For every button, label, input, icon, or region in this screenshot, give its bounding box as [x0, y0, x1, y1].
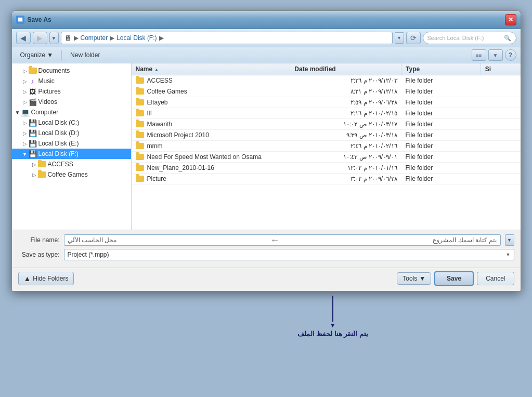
organize-button[interactable]: Organize ▼ [16, 50, 58, 60]
view-button[interactable]: ≡≡ [472, 49, 486, 61]
hdd-icon-f: 💾 [29, 150, 37, 158]
tree-item-pictures[interactable]: ▷ 🖼 Pictures [12, 86, 131, 97]
table-row[interactable]: Need For Speed Most Wanted on Osama ٢٠٠٩… [132, 152, 521, 163]
title-bar: Save As ✕ [12, 11, 521, 29]
table-row[interactable]: Eltayeb ٢٠٠٩/٠٦/٢٨ م ٢:٥٩ File folder [132, 97, 521, 108]
filename-input[interactable]: يتم كتابة اسمك المشروع ← محل الحاسب الآل… [64, 234, 501, 246]
tools-button[interactable]: Tools ▼ [397, 272, 431, 285]
cell-date: ٢٠٠٩/١٢/٠٣ م ٢:٣٦ [290, 75, 401, 86]
tree-item-videos[interactable]: ▷ 🎬 Videos [12, 97, 131, 107]
label-documents: Documents [38, 67, 70, 74]
col-date[interactable]: Date modified [290, 63, 401, 75]
main-content: ▷ Documents ▷ ♪ Music ▷ 🖼 Pictures [12, 63, 521, 230]
search-box[interactable]: Search Local Disk (F:) 🔍 [423, 32, 516, 44]
new-folder-label: New folder [70, 51, 100, 59]
row-folder-icon [136, 132, 144, 138]
tree-item-coffee-games[interactable]: ▷ Coffee Games [12, 169, 131, 180]
save-button[interactable]: Save [434, 271, 474, 286]
savetype-row: Save as type: Project (*.mpp) ▼ [18, 249, 514, 260]
left-panel: ▷ Documents ▷ ♪ Music ▷ 🖼 Pictures [12, 63, 132, 230]
table-row[interactable]: ACCESS ٢٠٠٩/١٢/٠٣ م ٢:٣٦ File folder [132, 75, 521, 86]
filename-value: يتم كتابة اسمك المشروع [433, 236, 497, 244]
videos-icon: 🎬 [29, 98, 37, 106]
table-row[interactable]: Mawarith ٢٠١٠/٠٣/١٧ ص ١٠:٠٢ File folder [132, 119, 521, 130]
cell-date: ٢٠٠٩/٠٦/٢٨ م ٢:٥٩ [290, 97, 401, 108]
path-sep1: ▶ [74, 34, 79, 42]
computer-icon: 💻 [21, 108, 30, 116]
right-panel: Name ▲ Date modified Type Si ACCESS ٢٠٠٩… [132, 63, 521, 230]
table-row[interactable]: mmm ٢٠١٠/٠٢/١٦ م ٢:٤٦ File folder [132, 141, 521, 152]
hide-folders-button[interactable]: ▲ Hide Folders [18, 272, 74, 285]
cell-name: Mawarith [132, 119, 290, 130]
cell-date: ٢٠١٠/٠٢/١٥ م ٢:١٦ [290, 108, 401, 119]
cell-type: File folder [401, 119, 481, 130]
row-folder-icon [136, 99, 144, 105]
tree-item-computer[interactable]: ▼ 💻 Computer [12, 107, 131, 117]
view-dropdown[interactable]: ▼ [488, 49, 503, 61]
cell-type: File folder [401, 108, 481, 119]
label-local-c: Local Disk (C:) [38, 119, 80, 126]
cell-size [481, 163, 520, 174]
filename-dropdown[interactable]: ▼ [505, 234, 514, 246]
cell-type: File folder [401, 163, 481, 174]
expand-music: ▷ [21, 77, 29, 85]
help-button[interactable]: ? [505, 49, 516, 61]
save-annotation: ▼ يتم النقر هنا لحفظ الملف [297, 296, 368, 338]
label-local-f: Local Disk (F:) [38, 150, 79, 157]
row-name-text: Mawarith [147, 121, 173, 128]
tree-item-local-d[interactable]: ▷ 💾 Local Disk (D:) [12, 128, 131, 138]
expand-local-f: ▼ [21, 150, 29, 157]
organize-label: Organize [20, 51, 46, 59]
tree-item-music[interactable]: ▷ ♪ Music [12, 76, 131, 86]
label-computer: Computer [31, 109, 59, 116]
tree-item-access[interactable]: ▷ ACCESS [12, 159, 131, 169]
search-icon: 🔍 [503, 34, 512, 42]
back-button[interactable]: ◀ [16, 32, 31, 44]
expand-access: ▷ [31, 161, 38, 168]
tree-item-local-c[interactable]: ▷ 💾 Local Disk (C:) [12, 117, 131, 128]
tree-item-local-f[interactable]: ▼ 💾 Local Disk (F:) [12, 149, 131, 159]
address-dropdown[interactable]: ▼ [395, 32, 404, 44]
folder-icon-documents [29, 67, 37, 75]
footer-left: ▲ Hide Folders [18, 272, 74, 285]
cell-date: ٢٠١٠/٠٣/١٧ ص ١٠:٠٢ [290, 119, 401, 130]
toolbar: Organize ▼ New folder ≡≡ ▼ ? [12, 47, 521, 63]
col-name[interactable]: Name ▲ [132, 63, 290, 75]
cell-name: mmm [132, 141, 290, 152]
address-path[interactable]: 🖥 ▶ Computer ▶ Local Disk (F:) ▶ [61, 32, 393, 44]
forward-button[interactable]: ▶ [33, 32, 47, 44]
table-row[interactable]: Microsoft Project 2010 ٢٠١٠/٠٣/١٨ ص ٩:٣٩… [132, 130, 521, 141]
row-name-text: ACCESS [147, 77, 173, 84]
table-row[interactable]: Picture ٢٠٠٩/٠٦/٢٨ م ٣:٠٢ File folder [132, 174, 521, 184]
file-table: Name ▲ Date modified Type Si ACCESS ٢٠٠٩… [132, 63, 521, 184]
search-placeholder: Search Local Disk (F:) [427, 35, 484, 41]
sort-arrow-name: ▲ [154, 67, 159, 72]
table-row[interactable]: fff ٢٠١٠/٠٢/١٥ م ٢:١٦ File folder [132, 108, 521, 119]
refresh-button[interactable]: ⟳ [406, 32, 421, 44]
dialog-icon [16, 16, 24, 24]
new-folder-button[interactable]: New folder [66, 50, 104, 60]
savetype-select[interactable]: Project (*.mpp) ▼ [64, 249, 514, 260]
tools-label: Tools [403, 275, 417, 282]
tree-item-documents[interactable]: ▷ Documents [12, 65, 131, 76]
filename-right-value: محل الحاسب الآلي [68, 236, 117, 244]
cancel-button[interactable]: Cancel [477, 272, 514, 285]
col-size[interactable]: Si [481, 63, 520, 75]
cell-size [481, 141, 520, 152]
outer-wrapper: Save As ✕ ◀ ▶ ▼ 🖥 ▶ Computer ▶ Local Dis… [10, 10, 522, 338]
col-type[interactable]: Type [401, 63, 481, 75]
table-row[interactable]: Coffee Games ٢٠٠٩/١٢/١٨ م ٨:٢١ File fold… [132, 86, 521, 97]
table-row[interactable]: New_Plane_2010-01-16 ٢٠١٠/٠١/١٦ م ١٢:٠٢ … [132, 163, 521, 174]
tree-item-local-e[interactable]: ▷ 💾 Local Disk (E:) [12, 138, 131, 149]
save-as-dialog: Save As ✕ ◀ ▶ ▼ 🖥 ▶ Computer ▶ Local Dis… [11, 10, 521, 292]
close-button[interactable]: ✕ [505, 14, 516, 25]
row-folder-icon [136, 121, 144, 127]
music-icon: ♪ [29, 77, 37, 85]
expand-pictures: ▷ [21, 88, 29, 95]
row-name-text: Eltayeb [147, 99, 168, 106]
row-folder-icon [136, 143, 144, 149]
path-sep2: ▶ [110, 34, 114, 42]
row-name-text: mmm [147, 142, 163, 150]
cell-size [481, 152, 520, 163]
recent-button[interactable]: ▼ [49, 32, 59, 44]
